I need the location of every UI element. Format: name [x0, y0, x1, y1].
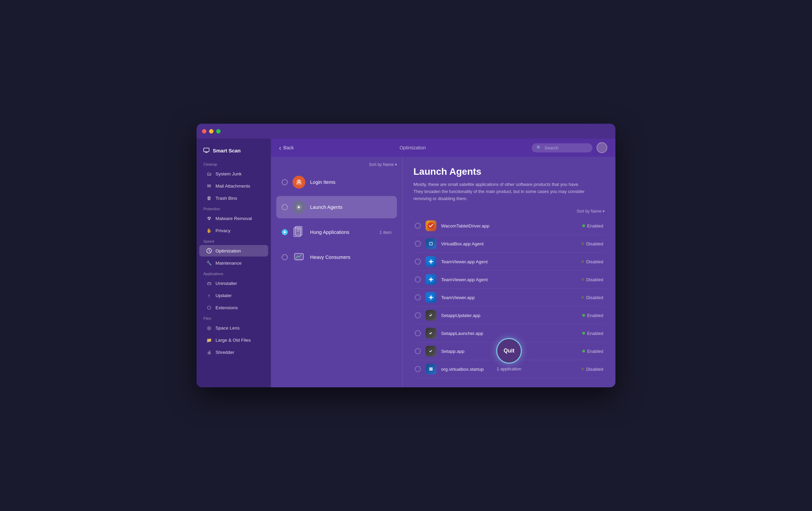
avatar[interactable]	[597, 142, 607, 153]
hung-applications-name: Hung Applications	[310, 229, 375, 235]
content-main: Sort by Name ▾ Login Items	[271, 157, 615, 387]
uninstaller-icon	[206, 280, 212, 286]
heavy-consumers-radio[interactable]	[282, 254, 288, 260]
agent-row-wacom[interactable]: WacomTabletDriver.app Enabled	[413, 217, 605, 235]
launch-agents-name: Launch Agents	[310, 204, 391, 210]
close-button[interactable]	[202, 129, 206, 133]
svg-point-17	[430, 261, 432, 263]
setapp-radio[interactable]	[415, 348, 421, 354]
sidebar-item-smart-scan[interactable]: Smart Scan	[197, 144, 271, 157]
org-vbox-radio[interactable]	[415, 366, 421, 372]
main-layout: Smart Scan Cleanup System Junk Mail Atta…	[197, 139, 615, 387]
teamviewer3-radio[interactable]	[415, 294, 421, 300]
list-sort-bar: Sort by Name ▾	[276, 162, 397, 167]
maximize-button[interactable]	[216, 129, 221, 133]
sidebar-item-uninstaller[interactable]: Uninstaller	[199, 277, 268, 289]
agent-row-teamviewer1[interactable]: TeamViewer.app Agent Disabled	[413, 253, 605, 271]
list-item-launch-agents[interactable]: Launch Agents	[276, 196, 397, 218]
teamviewer3-status: Disabled	[581, 295, 603, 300]
list-item-heavy-consumers[interactable]: Heavy Consumers	[276, 246, 397, 268]
detail-sort-label[interactable]: Sort by Name ▾	[577, 209, 605, 214]
mail-icon	[206, 183, 212, 189]
teamviewer2-radio[interactable]	[415, 276, 421, 283]
privacy-label: Privacy	[215, 228, 230, 233]
sidebar-item-optimization[interactable]: Optimization	[199, 245, 268, 257]
updater-label: Updater	[215, 293, 232, 298]
large-files-icon	[206, 337, 212, 343]
search-input[interactable]	[544, 145, 588, 150]
agent-row-teamviewer3[interactable]: TeamViewer.app Disabled	[413, 289, 605, 307]
uninstaller-label: Uninstaller	[215, 281, 237, 286]
virtualbox-agent-radio[interactable]	[415, 241, 421, 247]
sidebar-item-space-lens[interactable]: Space Lens	[199, 322, 268, 334]
detail-sort-bar: Sort by Name ▾	[413, 209, 605, 214]
sidebar-item-large-old-files[interactable]: Large & Old Files	[199, 334, 268, 346]
system-icon	[206, 171, 212, 177]
minimize-button[interactable]	[209, 129, 213, 133]
setapp-status-dot	[582, 350, 585, 352]
org-vbox-status: Disabled	[581, 367, 603, 372]
sidebar-item-malware-removal[interactable]: Malware Removal	[199, 213, 268, 224]
setapp-updater-status-label: Enabled	[587, 313, 603, 318]
agent-row-virtualbox-agent[interactable]: VirtualBox.app Agent Disabled	[413, 235, 605, 253]
bottom-action: Quit 1 application	[496, 338, 522, 371]
maintenance-label: Maintenance	[215, 261, 242, 266]
back-button[interactable]: ‹ Back	[279, 144, 294, 152]
files-section-label: Files	[197, 314, 271, 322]
virtualbox-agent-icon	[426, 238, 436, 249]
teamviewer3-name: TeamViewer.app	[441, 295, 577, 300]
sidebar-item-extensions[interactable]: Extensions	[199, 302, 268, 313]
virtualbox-agent-status-label: Disabled	[586, 241, 603, 246]
sidebar-item-trash-bins[interactable]: Trash Bins	[199, 192, 268, 204]
setapp-updater-status: Enabled	[582, 313, 603, 318]
search-box[interactable]: 🔍	[532, 143, 592, 152]
detail-description: Mostly, these are small satellite applic…	[413, 181, 589, 202]
setapp-updater-radio[interactable]	[415, 312, 421, 318]
wacom-status-label: Enabled	[587, 223, 603, 228]
header-title: Optimization	[299, 145, 526, 150]
wacom-radio[interactable]	[415, 223, 421, 229]
updater-icon	[206, 292, 212, 298]
detail-panel: Launch Agents Mostly, these are small sa…	[403, 157, 615, 387]
svg-rect-15	[430, 243, 432, 245]
speed-section-label: Speed	[197, 237, 271, 245]
sidebar-item-maintenance[interactable]: Maintenance	[199, 257, 268, 269]
setapp-launcher-icon	[426, 328, 436, 339]
svg-rect-26	[429, 367, 433, 371]
sidebar: Smart Scan Cleanup System Junk Mail Atta…	[197, 139, 271, 387]
hung-applications-count: 1 item	[380, 230, 391, 235]
maintenance-icon	[206, 260, 212, 266]
list-sort-label[interactable]: Sort by Name ▾	[369, 162, 397, 167]
teamviewer3-status-dot	[581, 296, 584, 299]
shredder-label: Shredder	[215, 350, 234, 355]
list-item-hung-applications[interactable]: Hung Applications 1 item	[276, 221, 397, 243]
agent-row-setapp-updater[interactable]: SetappUpdater.app Enabled	[413, 307, 605, 324]
malware-removal-label: Malware Removal	[215, 216, 252, 221]
setapp-launcher-radio[interactable]	[415, 330, 421, 336]
quit-button[interactable]: Quit	[496, 338, 522, 364]
cleanup-section-label: Cleanup	[197, 160, 271, 168]
sidebar-item-system-junk[interactable]: System Junk	[199, 168, 268, 179]
list-item-login-items[interactable]: Login Items	[276, 171, 397, 193]
agent-row-teamviewer2[interactable]: TeamViewer.app Agent Disabled	[413, 271, 605, 289]
sidebar-item-shredder[interactable]: Shredder	[199, 346, 268, 358]
org-vbox-status-dot	[581, 368, 584, 370]
setapp-status: Enabled	[582, 349, 603, 354]
wacom-status-dot	[582, 224, 585, 227]
login-items-radio[interactable]	[282, 179, 288, 185]
list-panel: Sort by Name ▾ Login Items	[271, 157, 403, 387]
teamviewer1-radio[interactable]	[415, 259, 421, 265]
quit-count-label: 1 application	[497, 366, 522, 371]
sidebar-item-updater[interactable]: Updater	[199, 290, 268, 301]
shredder-icon	[206, 349, 212, 355]
hung-applications-radio[interactable]	[282, 229, 288, 235]
launch-agents-radio[interactable]	[282, 204, 288, 210]
teamviewer1-status: Disabled	[581, 259, 603, 264]
mail-attachments-label: Mail Attachments	[215, 184, 250, 189]
space-lens-label: Space Lens	[215, 325, 239, 331]
wacom-name: WacomTabletDriver.app	[441, 223, 578, 228]
sidebar-item-privacy[interactable]: Privacy	[199, 225, 268, 236]
setapp-icon	[426, 346, 436, 357]
sidebar-item-mail-attachments[interactable]: Mail Attachments	[199, 180, 268, 192]
hung-applications-icon	[293, 226, 305, 239]
